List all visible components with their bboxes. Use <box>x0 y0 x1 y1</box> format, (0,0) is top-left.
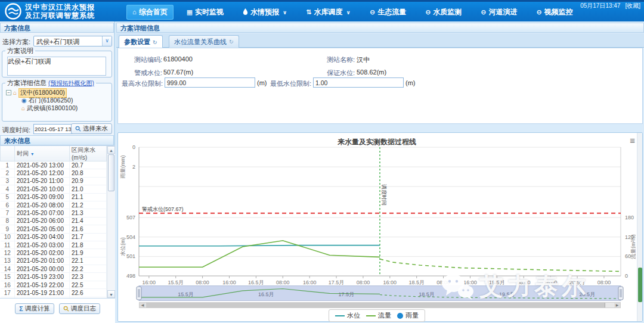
table-row[interactable]: 52021-05-20 09:0021.1 <box>1 193 107 201</box>
svg-text:17.5月: 17.5月 <box>339 291 355 297</box>
legend-item-流量[interactable]: 流量 <box>366 311 391 320</box>
legend-item-水位[interactable]: 水位 <box>335 311 360 320</box>
topology-link[interactable]: (预报拓扑概化图) <box>48 80 94 86</box>
series-流量(预报) <box>380 259 621 272</box>
dispatch-calc-button[interactable]: Σ 调度计算 <box>15 303 54 314</box>
svg-text:08:00: 08:00 <box>517 279 531 285</box>
col-inflow[interactable]: 区间来水(m³/s) <box>70 146 107 162</box>
table-row[interactable]: 62021-05-20 08:0021.2 <box>1 201 107 209</box>
svg-text:水位(m): 水位(m) <box>120 237 126 256</box>
parameter-form: 测站编码: 61800400 测站名称: 汉中 警戒水位: 507.67(m) … <box>117 48 643 124</box>
chart-legend-box: 水位流量雨量 <box>118 309 636 322</box>
table-row[interactable]: 172021-05-19 21:0022.6 <box>1 289 107 297</box>
scroll-left-icon[interactable]: ◀ <box>140 303 145 308</box>
select-inflow-button[interactable]: 选择来水 <box>71 123 112 134</box>
table-row[interactable]: 32021-05-20 11:0020.9 <box>1 177 107 185</box>
plan-select-row: 选择方案: 武侯+石门联调 ∨ <box>0 35 114 47</box>
plan-description-textarea[interactable]: 武侯+石门联调 <box>7 57 106 76</box>
topbar: 汉中市汉江洪水预报 及江河联调智慧系统 ⌂综合首页▦实时监视水情预报∨⇅水库调度… <box>0 0 644 21</box>
station-code-label: 测站编码: <box>134 55 162 64</box>
table-scrollbar[interactable]: ▲ ▼ <box>107 146 115 298</box>
tab-参数设置[interactable]: 参数设置↻ <box>119 35 163 48</box>
tree-node[interactable]: ◉石门(61806250) <box>21 97 109 104</box>
tab-水位流量关系曲线[interactable]: 水位流量关系曲线↻ <box>169 35 239 48</box>
guarantee-level-label: 保证水位: <box>327 69 355 77</box>
svg-text:20.5月: 20.5月 <box>580 291 596 297</box>
tree-node-label[interactable]: 武侯镇(61800100) <box>27 104 78 113</box>
svg-text:15.5月: 15.5月 <box>168 279 184 285</box>
table-row[interactable]: 12021-05-20 13:0020.7 <box>1 162 107 169</box>
nav-item-综合首页[interactable]: ⌂综合首页 <box>126 5 174 20</box>
svg-text:16:00: 16:00 <box>303 279 317 285</box>
nav-item-水库调度[interactable]: ⇅水库调度∨ <box>300 5 357 20</box>
table-row[interactable]: 142021-05-20 00:0022.2 <box>1 265 107 273</box>
svg-text:18.5月: 18.5月 <box>419 291 435 297</box>
svg-text:调度时间: 调度时间 <box>381 184 387 206</box>
svg-text:18.5月: 18.5月 <box>408 279 425 285</box>
vscroll-thumb[interactable] <box>638 268 642 302</box>
search-icon <box>63 306 69 312</box>
panel-vscrollbar[interactable] <box>637 133 642 321</box>
table-row[interactable]: 112021-05-20 03:0021.8 <box>1 241 107 249</box>
refresh-icon[interactable]: ↻ <box>153 39 157 45</box>
min-level-input[interactable] <box>313 77 404 88</box>
scrollbar-thumb[interactable] <box>108 154 114 191</box>
nav-item-实时监视[interactable]: ▦实时监视 <box>181 5 230 20</box>
hscroll-thumb[interactable] <box>146 303 605 308</box>
max-level-label: 最高水位限制: <box>122 79 163 88</box>
table-row[interactable]: 92021-05-20 05:0021.6 <box>1 225 107 233</box>
tree-node-label[interactable]: 石门(61806250) <box>29 97 73 105</box>
dispatch-log-button[interactable]: 调度日志 <box>59 303 100 314</box>
min-level-label: 最低水位限制: <box>270 79 311 88</box>
table-row[interactable]: 42021-05-20 10:0021.0 <box>1 185 107 193</box>
chart-panel: 来水量及实测数据过程线 ≡ 0249850150450706012018016:… <box>117 132 643 322</box>
legend-item-雨量[interactable]: 雨量 <box>397 311 419 320</box>
chart-hscrollbar[interactable]: ◀ ▶ <box>139 302 621 308</box>
reservoir-node-icon: ◉ <box>21 98 27 104</box>
sort-desc-icon[interactable]: ▼ <box>30 152 35 156</box>
water-quality-icon: ⊖ <box>425 9 431 15</box>
tree-node[interactable]: −⌂汉中(61800400) <box>6 89 109 97</box>
rain-dot-icon <box>397 313 403 319</box>
nav-item-河道演进[interactable]: ⊖河道演进 <box>475 5 523 20</box>
line-swatch-icon <box>335 315 345 316</box>
plan-select[interactable]: 武侯+石门联调 ∨ <box>33 36 112 46</box>
table-row[interactable]: 122021-05-20 02:0021.9 <box>1 249 107 257</box>
chevron-down-icon[interactable]: ∨ <box>102 36 112 46</box>
svg-text:19.5月: 19.5月 <box>489 279 505 285</box>
station-house-icon: ⌂ <box>21 105 25 111</box>
scroll-down-icon[interactable]: ▼ <box>107 290 115 298</box>
chevron-down-icon: ∨ <box>346 10 351 15</box>
app-title-line1: 汉中市汉江洪水预报 <box>25 3 95 11</box>
table-row[interactable]: 152021-05-19 23:0022.3 <box>1 273 107 281</box>
refresh-icon[interactable]: ↻ <box>229 39 234 45</box>
table-row[interactable]: 132021-05-20 01:0022.1 <box>1 257 107 265</box>
table-row[interactable]: 82021-05-20 06:0021.4 <box>1 217 107 225</box>
table-row[interactable]: 102021-05-20 04:0021.7 <box>1 233 107 241</box>
nav-item-水情预报[interactable]: 水情预报∨ <box>237 5 293 20</box>
scroll-right-icon[interactable]: ▶ <box>614 303 620 308</box>
inflow-info-header: 来水信息 <box>0 135 114 145</box>
nav-item-视频监控[interactable]: ⊖视频监控 <box>531 5 579 20</box>
table-row[interactable]: 22021-05-20 12:0020.8 <box>1 169 107 177</box>
scroll-up-icon[interactable]: ▲ <box>107 146 115 154</box>
plan-detail-legend: 方案详细信息 (预报拓扑概化图) <box>5 79 96 88</box>
chart-navigator[interactable]: 15.5月16.5月17.5月18.5月19.5月20.5月 <box>118 285 636 302</box>
table-row[interactable]: 162021-05-19 22:0022.5 <box>1 281 107 288</box>
favorite-link[interactable]: [收藏] <box>625 2 640 10</box>
plan-info-header: 方案信息 <box>0 23 114 33</box>
nav-item-水质监测[interactable]: ⊖水质监测 <box>419 5 467 20</box>
col-time[interactable]: 时间 ▼ <box>15 146 70 162</box>
tree-expander-icon[interactable]: − <box>6 90 11 95</box>
svg-text:180: 180 <box>625 215 634 220</box>
nav-item-生态流量[interactable]: ⊖生态流量 <box>364 5 412 20</box>
svg-text:2: 2 <box>132 164 135 170</box>
tree-node[interactable]: ⌂武侯镇(61800100) <box>21 104 109 112</box>
svg-text:504: 504 <box>126 234 135 240</box>
svg-text:16:00: 16:00 <box>383 279 397 285</box>
table-row[interactable]: 72021-05-20 07:0021.3 <box>1 209 107 217</box>
max-level-input[interactable] <box>165 77 255 88</box>
station-name-label: 测站名称: <box>327 55 355 64</box>
sidebar: 方案信息 选择方案: 武侯+石门联调 ∨ 方案说明 武侯+石门联调 方案详细信息… <box>0 21 115 323</box>
dispatch-time-input[interactable] <box>35 125 72 133</box>
